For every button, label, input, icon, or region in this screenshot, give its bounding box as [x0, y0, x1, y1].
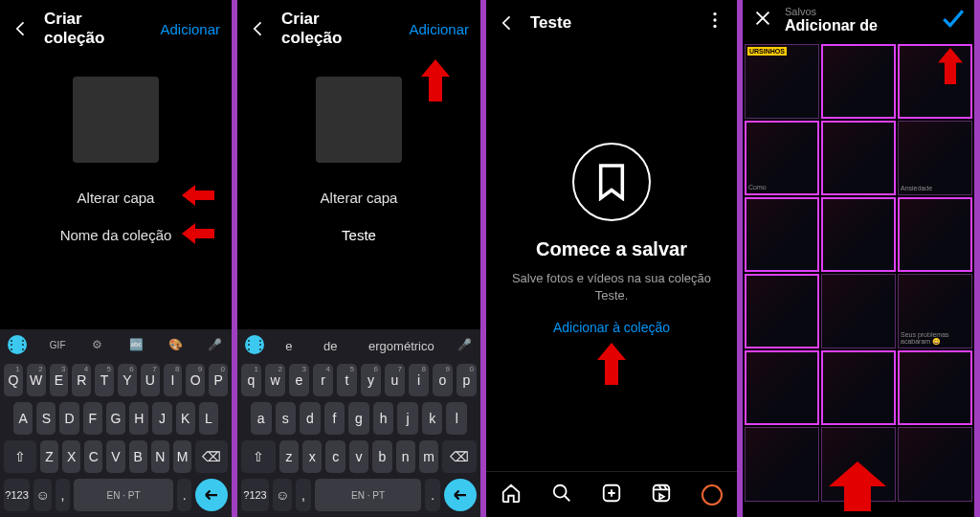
key-p[interactable]: P0	[209, 364, 228, 396]
key-o[interactable]: O9	[186, 364, 205, 396]
gif-icon[interactable]: GIF	[49, 336, 66, 353]
key-p[interactable]: p0	[457, 364, 477, 396]
saved-thumbnail[interactable]	[745, 350, 819, 425]
enter-key[interactable]	[444, 479, 477, 511]
key-h[interactable]: h	[373, 402, 394, 435]
numeric-key[interactable]: ?123	[241, 479, 269, 511]
key-j[interactable]: J	[152, 402, 171, 435]
saved-thumbnail[interactable]	[898, 350, 972, 425]
key-z[interactable]: z	[279, 440, 299, 473]
saved-thumbnail[interactable]	[898, 427, 972, 502]
key-a[interactable]: A	[13, 402, 33, 435]
suggestions-bar[interactable]: e de ergométrico	[264, 337, 456, 353]
home-icon[interactable]	[501, 483, 522, 507]
comma-key[interactable]: ,	[296, 479, 311, 511]
period-key[interactable]: .	[425, 479, 440, 511]
key-v[interactable]: V	[106, 440, 124, 473]
key-g[interactable]: G	[106, 402, 125, 435]
key-f[interactable]: F	[83, 402, 102, 435]
key-x[interactable]: x	[302, 440, 322, 473]
key-e[interactable]: E3	[50, 364, 69, 396]
key-n[interactable]: N	[151, 440, 169, 473]
key-i[interactable]: i8	[409, 364, 429, 396]
shift-key[interactable]: ⇧	[241, 440, 276, 473]
change-cover-button[interactable]: Alterar capa	[78, 190, 155, 206]
key-s[interactable]: S	[36, 402, 56, 435]
profile-icon[interactable]	[702, 484, 723, 506]
key-u[interactable]: U7	[141, 364, 160, 396]
key-w[interactable]: w2	[265, 364, 285, 396]
saved-thumbnail[interactable]	[745, 197, 819, 272]
keyboard-menu-icon[interactable]: ⋮⋮	[245, 335, 264, 354]
key-y[interactable]: y6	[361, 364, 381, 396]
back-icon[interactable]	[11, 19, 31, 38]
keyboard[interactable]: ⋮⋮ GIF ⚙ 🔤 🎨 🎤 Q1W2E3R4T5Y6U7I8O9P0 ASDF…	[0, 329, 232, 517]
palette-icon[interactable]: 🎨	[167, 336, 185, 353]
key-m[interactable]: M	[173, 440, 191, 473]
keyboard[interactable]: ⋮⋮ e de ergométrico 🎤 q1w2e3r4t5y6u7i8o9…	[237, 329, 480, 517]
key-t[interactable]: t5	[337, 364, 357, 396]
translate-icon[interactable]: 🔤	[128, 336, 145, 353]
saved-thumbnail[interactable]	[745, 427, 819, 502]
confirm-icon[interactable]	[940, 6, 965, 34]
key-i[interactable]: I8	[164, 364, 183, 396]
numeric-key[interactable]: ?123	[4, 479, 30, 511]
emoji-key[interactable]: ☺	[33, 479, 52, 511]
key-r[interactable]: r4	[313, 364, 333, 396]
space-key[interactable]: EN · PT	[315, 479, 422, 511]
key-u[interactable]: u7	[385, 364, 405, 396]
key-g[interactable]: g	[348, 402, 369, 435]
backspace-key[interactable]: ⌫	[195, 440, 228, 473]
search-icon[interactable]	[551, 483, 572, 507]
saved-thumbnail[interactable]	[821, 274, 896, 348]
saved-thumbnail[interactable]	[898, 197, 972, 272]
key-b[interactable]: B	[129, 440, 147, 473]
key-c[interactable]: C	[84, 440, 102, 473]
key-q[interactable]: q1	[241, 364, 261, 396]
add-to-collection-link[interactable]: Adicionar à coleção	[553, 320, 670, 335]
key-d[interactable]: D	[59, 402, 78, 435]
key-e[interactable]: e3	[289, 364, 309, 396]
key-y[interactable]: Y6	[118, 364, 137, 396]
key-s[interactable]: s	[276, 402, 297, 435]
key-k[interactable]: k	[422, 402, 443, 435]
saved-thumbnail[interactable]: Ansiedade	[898, 121, 972, 195]
key-h[interactable]: H	[129, 402, 148, 435]
saved-thumbnail[interactable]: Como	[745, 121, 819, 195]
key-l[interactable]: l	[446, 402, 467, 435]
saved-thumbnail[interactable]	[821, 197, 896, 272]
key-v[interactable]: v	[349, 440, 368, 473]
period-key[interactable]: .	[177, 479, 191, 511]
add-button[interactable]: Adicionar	[409, 21, 469, 37]
saved-thumbnail[interactable]	[745, 274, 819, 348]
key-z[interactable]: Z	[40, 440, 58, 473]
reels-icon[interactable]	[651, 483, 672, 507]
emoji-key[interactable]: ☺	[273, 479, 292, 511]
key-b[interactable]: b	[372, 440, 391, 473]
saved-thumbnail[interactable]: URSINHOS	[745, 44, 819, 119]
key-j[interactable]: j	[397, 402, 418, 435]
space-key[interactable]: EN · PT	[74, 479, 174, 511]
saved-thumbnail[interactable]	[821, 350, 896, 425]
saved-thumbnail[interactable]: Seus problemas acabaram 😄	[898, 274, 972, 348]
key-r[interactable]: R4	[72, 364, 91, 396]
cover-thumbnail[interactable]	[73, 77, 159, 163]
settings-icon[interactable]: ⚙	[88, 336, 105, 353]
enter-key[interactable]	[195, 479, 228, 511]
key-m[interactable]: m	[419, 440, 438, 473]
key-w[interactable]: W2	[27, 364, 46, 396]
key-q[interactable]: Q1	[4, 364, 23, 396]
key-c[interactable]: c	[325, 440, 345, 473]
key-a[interactable]: a	[251, 402, 272, 435]
mic-icon[interactable]: 🎤	[207, 336, 224, 353]
key-k[interactable]: K	[176, 402, 195, 435]
cover-thumbnail[interactable]	[316, 77, 402, 163]
collection-name-input[interactable]: Teste	[342, 227, 376, 243]
add-button[interactable]: Adicionar	[160, 21, 220, 37]
key-o[interactable]: o9	[433, 364, 453, 396]
add-post-icon[interactable]	[601, 483, 622, 507]
key-f[interactable]: f	[324, 402, 345, 435]
collection-name-input[interactable]: Nome da coleção	[60, 227, 172, 243]
key-x[interactable]: X	[62, 440, 80, 473]
change-cover-button[interactable]: Alterar capa	[321, 190, 398, 206]
